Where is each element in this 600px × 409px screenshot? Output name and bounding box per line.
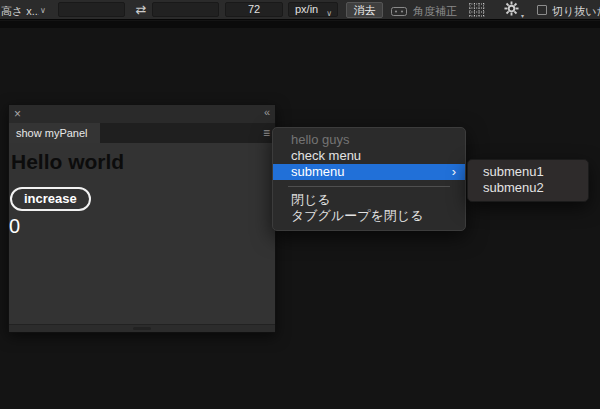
menu-item-check-menu[interactable]: check menu: [273, 148, 465, 164]
options-toolbar: 高さ x... ∨ ⇄ 72 px/in ∨ 消去 角度補正: [0, 0, 600, 20]
hello-world-heading: Hello world: [11, 150, 275, 174]
swap-dimensions-icon[interactable]: ⇄: [131, 2, 151, 18]
counter-value: 0: [9, 216, 275, 236]
menu-item-close-tab-group[interactable]: タブグループを閉じる: [273, 208, 465, 224]
submenu-flyout: submenu1 submenu2: [467, 159, 589, 202]
tab-show-mypanel[interactable]: show myPanel: [9, 123, 100, 143]
crop-height-field[interactable]: [152, 2, 219, 17]
collapse-panel-icon[interactable]: «: [264, 106, 268, 118]
resolution-field[interactable]: 72: [225, 2, 283, 17]
plugin-panel: × « show myPanel ≡ Hello world increase …: [8, 104, 276, 333]
aspect-ratio-label: 高さ x...: [1, 4, 39, 19]
panel-content: Hello world increase 0: [9, 143, 275, 324]
menu-item-close[interactable]: 閉じる: [273, 192, 465, 208]
menu-item-submenu[interactable]: submenu ›: [273, 164, 465, 180]
menu-item-hello-guys[interactable]: hello guys: [273, 132, 465, 148]
menu-separator: [288, 186, 450, 187]
chevron-down-icon: ∨: [326, 7, 332, 20]
panel-flyout-menu-icon[interactable]: ≡: [263, 126, 270, 140]
menu-item-submenu1[interactable]: submenu1: [468, 164, 588, 180]
close-icon[interactable]: ×: [14, 107, 21, 121]
unit-dropdown[interactable]: px/in ∨: [288, 2, 338, 17]
overlay-grid-icon[interactable]: [468, 2, 486, 18]
straighten-label: 角度補正: [413, 4, 457, 19]
aspect-ratio-dropdown[interactable]: 高さ x... ∨: [0, 0, 56, 20]
toolbar-shadow-strip: [0, 21, 600, 28]
gear-dropdown-mark-icon: ▾: [521, 12, 524, 19]
clear-button[interactable]: 消去: [346, 2, 383, 18]
panel-header[interactable]: × «: [9, 105, 275, 123]
panel-resize-bar[interactable]: [9, 324, 275, 332]
settings-gear-icon[interactable]: ▾: [504, 1, 524, 19]
delete-cropped-pixels-checkbox[interactable]: [537, 5, 547, 15]
delete-cropped-pixels-label: 切り抜いた: [552, 4, 600, 19]
increase-button[interactable]: increase: [10, 187, 91, 211]
panel-context-menu: hello guys check menu submenu › 閉じる タブグル…: [272, 127, 466, 231]
menu-item-submenu2[interactable]: submenu2: [468, 180, 588, 196]
photoshop-window: 高さ x... ∨ ⇄ 72 px/in ∨ 消去 角度補正: [0, 0, 600, 409]
resize-gripper: [133, 327, 151, 330]
crop-width-field[interactable]: [58, 2, 125, 17]
level-icon: [391, 6, 408, 17]
submenu-arrow-icon: ›: [452, 164, 456, 179]
menu-item-submenu-label: submenu: [291, 164, 344, 179]
chevron-down-icon: ∨: [40, 6, 46, 15]
panel-tab-bar: show myPanel ≡: [9, 123, 275, 143]
unit-dropdown-value: px/in: [295, 3, 318, 15]
